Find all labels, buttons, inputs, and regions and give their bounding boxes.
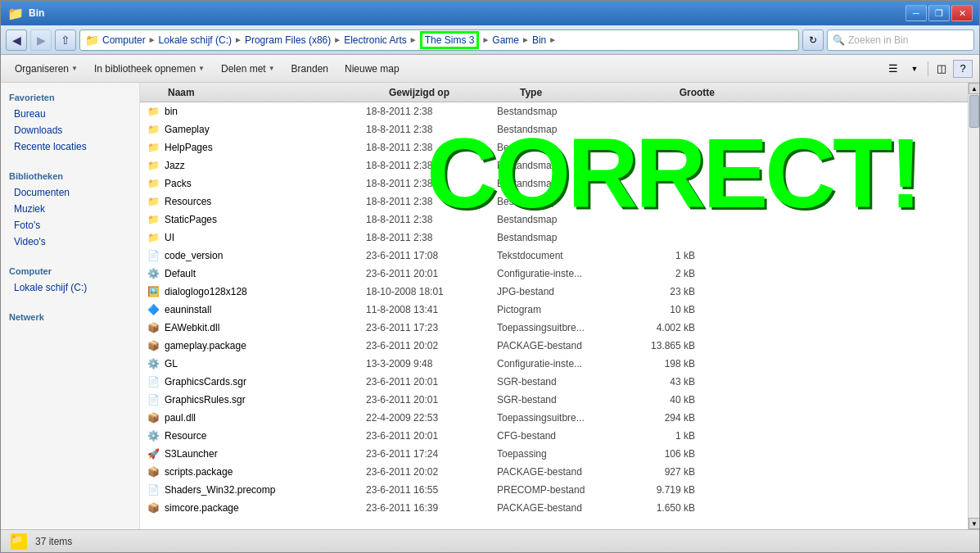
file-type: Pictogram	[497, 304, 628, 315]
sidebar-header-computer[interactable]: Computer	[1, 263, 139, 279]
table-row[interactable]: 📦gameplay.package23-6-2011 20:02PACKAGE-…	[140, 337, 968, 355]
toolbar: Organiseren ▼ In bibliotheek opnemen ▼ D…	[1, 55, 979, 83]
help-button[interactable]: ?	[953, 60, 973, 78]
organize-button[interactable]: Organiseren ▼	[7, 58, 85, 79]
address-bar[interactable]: 📁 Computer ► Lokale schijf (C:) ► Progra…	[79, 29, 799, 51]
column-header-date[interactable]: Gewijzigd op	[384, 87, 515, 98]
file-size: 106 kB	[628, 448, 702, 460]
preview-pane-button[interactable]: ◫	[932, 60, 951, 78]
refresh-button[interactable]: ↻	[802, 29, 824, 51]
titlebar-controls: ─ ❐ ✕	[905, 5, 973, 21]
minimize-button[interactable]: ─	[905, 5, 927, 21]
file-size: 4.002 kB	[628, 322, 702, 333]
address-segment-game[interactable]: Game	[492, 34, 519, 46]
file-date: 23-6-2011 17:23	[366, 322, 497, 333]
file-precomp-icon: 📄	[145, 482, 161, 498]
table-row[interactable]: 📁HelpPages18-8-2011 2:38Bestandsmap	[140, 138, 968, 156]
file-name: scripts.package	[161, 466, 366, 478]
burn-button[interactable]: Branden	[284, 58, 336, 79]
close-button[interactable]: ✕	[951, 5, 973, 21]
share-button[interactable]: Delen met ▼	[214, 58, 282, 79]
file-type: Configuratie-inste...	[497, 358, 628, 369]
view-controls: ☰ ▼ ◫ ?	[883, 60, 973, 78]
column-header-size[interactable]: Grootte	[646, 87, 720, 98]
library-button[interactable]: In bibliotheek opnemen ▼	[87, 58, 212, 79]
column-header-type[interactable]: Type	[515, 87, 646, 98]
sidebar-header-libraries[interactable]: Bibliotheken	[1, 168, 139, 184]
file-name: Resources	[161, 196, 366, 207]
column-header-name[interactable]: Naam	[163, 87, 384, 98]
address-segment-sims3[interactable]: The Sims 3	[420, 31, 480, 49]
file-cfg-icon: ⚙️	[145, 356, 161, 372]
view-dropdown-button[interactable]: ▼	[905, 60, 924, 78]
back-button[interactable]: ◀	[6, 29, 27, 51]
scroll-up-button[interactable]: ▲	[969, 83, 979, 94]
organize-dropdown-arrow: ▼	[71, 65, 78, 72]
file-name: HelpPages	[161, 142, 366, 153]
file-date: 23-6-2011 20:01	[366, 376, 497, 388]
file-type: Bestandsmap	[497, 142, 628, 153]
table-row[interactable]: 🚀S3Launcher23-6-2011 17:24Toepassing106 …	[140, 445, 968, 463]
sidebar-item-videos[interactable]: Video's	[1, 233, 139, 250]
file-txt-icon: 📄	[145, 247, 161, 264]
file-type: Toepassingsuitbre...	[497, 412, 628, 424]
table-row[interactable]: 📦EAWebkit.dll23-6-2011 17:23Toepassingsu…	[140, 319, 968, 337]
view-details-button[interactable]: ☰	[883, 60, 903, 78]
table-row[interactable]: 📦scripts.package23-6-2011 20:02PACKAGE-b…	[140, 463, 968, 481]
file-size: 23 kB	[628, 286, 702, 297]
sidebar-item-docs[interactable]: Documenten	[1, 184, 139, 201]
scroll-track[interactable]	[969, 94, 979, 518]
table-row[interactable]: 📄code_version23-6-2011 17:08Tekstdocumen…	[140, 247, 968, 265]
table-row[interactable]: ⚙️Default23-6-2011 20:01Configuratie-ins…	[140, 265, 968, 283]
file-name: gameplay.package	[161, 340, 366, 351]
search-bar[interactable]: 🔍 Zoeken in Bin	[827, 29, 974, 51]
share-label: Delen met	[221, 63, 266, 75]
file-size: 294 kB	[628, 412, 702, 424]
address-segment-lokale-schijf[interactable]: Lokale schijf (C:)	[159, 34, 232, 46]
table-row[interactable]: 📄GraphicsRules.sgr23-6-2011 20:01SGR-bes…	[140, 391, 968, 409]
table-row[interactable]: 📄Shaders_Win32.precomp23-6-2011 16:55PRE…	[140, 481, 968, 499]
sidebar-item-local-disk[interactable]: Lokale schijf (C:)	[1, 279, 139, 296]
file-name: eauninstall	[161, 304, 366, 315]
file-type: SGR-bestand	[497, 394, 628, 406]
table-row[interactable]: 🔷eauninstall11-8-2008 13:41Pictogram10 k…	[140, 301, 968, 319]
address-segment-bin[interactable]: Bin	[532, 34, 546, 46]
address-segment-ea[interactable]: Electronic Arts	[344, 34, 407, 46]
titlebar-title: Bin	[29, 7, 44, 19]
restore-button[interactable]: ❐	[928, 5, 950, 21]
scroll-down-button[interactable]: ▼	[969, 518, 979, 529]
file-type: PRECOMP-bestand	[497, 484, 628, 496]
sidebar-item-music[interactable]: Muziek	[1, 201, 139, 217]
file-size: 198 kB	[628, 358, 702, 369]
forward-button[interactable]: ▶	[30, 29, 52, 51]
address-segment-program-files[interactable]: Program Files (x86)	[245, 34, 331, 46]
file-size: 9.719 kB	[628, 484, 702, 496]
sidebar-item-downloads[interactable]: Downloads	[1, 122, 139, 138]
file-list: 📁bin18-8-2011 2:38Bestandsmap📁Gameplay18…	[140, 102, 968, 529]
file-cfg-icon: ⚙️	[145, 428, 161, 444]
table-row[interactable]: 📁Gameplay18-8-2011 2:38Bestandsmap	[140, 120, 968, 138]
burn-label: Branden	[291, 63, 328, 75]
share-dropdown-arrow: ▼	[269, 65, 275, 72]
sidebar-header-favorites[interactable]: Favorieten	[1, 89, 139, 106]
up-button[interactable]: ⇧	[55, 29, 76, 51]
table-row[interactable]: 📁Resources18-8-2011 2:38Bestandsmap	[140, 193, 968, 211]
table-row[interactable]: ⚙️GL13-3-2009 9:48Configuratie-inste...1…	[140, 355, 968, 373]
table-row[interactable]: 📁StaticPages18-8-2011 2:38Bestandsmap	[140, 211, 968, 229]
table-row[interactable]: 📁UI18-8-2011 2:38Bestandsmap	[140, 229, 968, 247]
table-row[interactable]: 📦paul.dll22-4-2009 22:53Toepassingsuitbr…	[140, 409, 968, 427]
table-row[interactable]: 🖼️dialoglogo128x12818-10-2008 18:01JPG-b…	[140, 283, 968, 301]
table-row[interactable]: 📁Packs18-8-2011 2:38Bestandsmap	[140, 175, 968, 193]
table-row[interactable]: 📦simcore.package23-6-2011 16:39PACKAGE-b…	[140, 499, 968, 517]
scroll-thumb[interactable]	[969, 95, 979, 128]
table-row[interactable]: 📄GraphicsCards.sgr23-6-2011 20:01SGR-bes…	[140, 373, 968, 391]
table-row[interactable]: 📁Jazz18-8-2011 2:38Bestandsmap	[140, 156, 968, 175]
sidebar-item-recent[interactable]: Recente locaties	[1, 138, 139, 155]
table-row[interactable]: 📁bin18-8-2011 2:38Bestandsmap	[140, 102, 968, 120]
table-row[interactable]: ⚙️Resource23-6-2011 20:01CFG-bestand1 kB	[140, 427, 968, 445]
sidebar-item-photos[interactable]: Foto's	[1, 217, 139, 233]
address-segment-computer[interactable]: Computer	[102, 34, 146, 46]
sidebar-header-network[interactable]: Netwerk	[1, 309, 139, 325]
sidebar-item-desktop[interactable]: Bureau	[1, 106, 139, 122]
new-folder-button[interactable]: Nieuwe map	[337, 58, 407, 79]
